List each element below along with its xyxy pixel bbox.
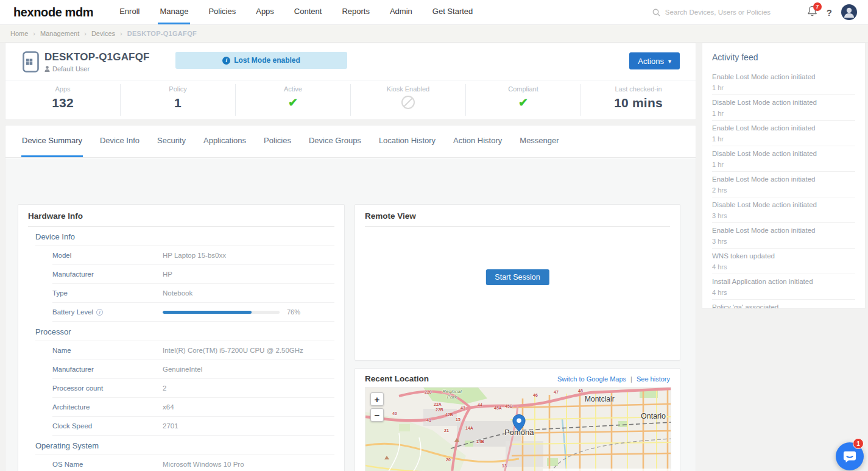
- info-value: Notebook: [163, 289, 192, 297]
- activity-text: Enable Lost Mode action initiated: [712, 175, 855, 183]
- activity-feed-card: Activity feed Enable Lost Mode action in…: [702, 43, 866, 309]
- stat-value: 1: [174, 96, 182, 110]
- help-button[interactable]: ?: [827, 7, 832, 18]
- activity-feed-title: Activity feed: [712, 43, 855, 69]
- info-value: HP Laptop 15-bs0xx: [163, 252, 226, 259]
- stat-cell: Active ✔: [235, 84, 350, 116]
- tab[interactable]: Location History: [378, 126, 436, 157]
- tab[interactable]: Action History: [453, 126, 503, 157]
- blocked-icon: [401, 96, 415, 109]
- see-history-link[interactable]: See history: [637, 375, 670, 383]
- activity-item: Policy 'qa' associated 5 hrs: [712, 300, 855, 309]
- recent-location-title: Recent Location: [365, 374, 429, 383]
- exit-label: 13: [502, 464, 507, 468]
- activity-item: Disable Lost Mode action initiated 3 hrs: [712, 197, 855, 223]
- info-label: Manufacturer: [52, 366, 163, 373]
- activity-feed-list: Enable Lost Mode action initiated 1 hr D…: [712, 69, 855, 309]
- breadcrumb: Home › Management › Devices › DESKTOP-Q1…: [0, 25, 868, 43]
- tab[interactable]: Policies: [263, 126, 292, 157]
- notification-count-badge: 7: [813, 2, 822, 11]
- activity-item: Enable Lost Mode action initiated 1 hr: [712, 121, 855, 146]
- info-label: Architecture: [52, 403, 163, 411]
- nav-item[interactable]: Enroll: [118, 0, 141, 24]
- exit-label: 47: [554, 390, 559, 394]
- activity-time: 1 hr: [712, 160, 855, 169]
- tab[interactable]: Security: [157, 126, 186, 157]
- exit-label: 14A: [465, 426, 473, 430]
- hexnode-logo[interactable]: hexnode mdm: [0, 5, 118, 19]
- tab[interactable]: Device Info: [99, 126, 140, 157]
- battery-progress-bar: [163, 311, 280, 314]
- stat-label: Policy: [169, 85, 186, 93]
- location-map[interactable]: 22022A22B42B434445A45B46474840411514A14B…: [365, 387, 671, 471]
- zoom-in-button[interactable]: +: [370, 392, 384, 406]
- info-label: OS Name: [52, 461, 163, 468]
- tab[interactable]: Messenger: [519, 126, 559, 157]
- exit-label: 40: [392, 411, 397, 416]
- activity-time: 4 hrs: [712, 263, 855, 271]
- info-row: Model HP Laptop 15-bs0xx: [52, 246, 334, 265]
- map-label-ontario: Ontario: [641, 412, 666, 420]
- device-header: DESKTOP-Q1GAFQF Default User i Lost Mode…: [5, 43, 696, 80]
- nav-item[interactable]: Policies: [206, 0, 238, 24]
- exit-label: 46: [533, 393, 538, 397]
- nav-item[interactable]: Admin: [388, 0, 414, 24]
- nav-item[interactable]: Content: [292, 0, 324, 24]
- tab[interactable]: Device Summary: [21, 126, 83, 157]
- switch-to-google-maps-link[interactable]: Switch to Google Maps: [557, 375, 626, 383]
- check-icon: ✔: [518, 96, 528, 110]
- map-label-montclair: Montclair: [585, 395, 615, 403]
- breadcrumb-link[interactable]: Devices: [91, 30, 115, 37]
- nav-item[interactable]: Apps: [254, 0, 276, 24]
- info-row: Architecture x64: [52, 398, 334, 417]
- device-detail-panel: Device Summary Device Info Security Appl…: [5, 125, 696, 471]
- device-user: Default User: [44, 65, 150, 73]
- activity-text: Disable Lost Mode action initiated: [712, 98, 855, 107]
- map-zoom-controls: + −: [370, 392, 384, 422]
- section-title-processor: Processor: [35, 327, 334, 341]
- info-label: Model: [52, 252, 163, 259]
- top-navbar: hexnode mdm Enroll Manage Policies Apps …: [0, 0, 868, 25]
- header-right: 7 ?: [652, 0, 868, 24]
- nav-item[interactable]: Reports: [340, 0, 372, 24]
- breadcrumb-link[interactable]: Home: [10, 30, 28, 37]
- activity-text: Enable Lost Mode action initiated: [712, 226, 855, 235]
- search-icon: [652, 9, 660, 16]
- info-value: Microsoft Windows 10 Pro: [163, 461, 244, 468]
- activity-item: Enable Lost Mode action initiated 3 hrs: [712, 223, 855, 249]
- device-name: DESKTOP-Q1GAFQF: [44, 51, 150, 63]
- activity-item: Install Application action initiated 4 h…: [712, 274, 855, 300]
- map-attribution: Hexnode MDM | © OpenStreetMap contributo…: [543, 469, 671, 471]
- battery-percent: 76%: [287, 308, 300, 316]
- user-avatar[interactable]: [841, 4, 857, 20]
- caret-down-icon: ▾: [668, 58, 671, 65]
- activity-text: Disable Lost Mode action initiated: [712, 149, 855, 158]
- battery-fill: [163, 311, 252, 314]
- activity-item: Disable Lost Mode action initiated 1 hr: [712, 95, 855, 121]
- notifications-button[interactable]: 7: [807, 5, 817, 19]
- tab-bar: Device Summary Device Info Security Appl…: [5, 126, 696, 158]
- stat-label: Apps: [55, 85, 70, 93]
- tab[interactable]: Applications: [203, 126, 247, 157]
- activity-time: 3 hrs: [712, 237, 855, 246]
- activity-text: Install Application action initiated: [712, 277, 855, 286]
- activity-time: 1 hr: [712, 83, 855, 92]
- activity-text: Enable Lost Mode action initiated: [712, 73, 855, 81]
- info-row: Type Notebook: [52, 284, 334, 303]
- nav-item[interactable]: Manage: [158, 0, 190, 24]
- hardware-info-card: Hardware Info Device Info Model HP Lapto…: [18, 204, 345, 471]
- exit-label: 45A: [494, 406, 502, 410]
- activity-time: 2 hrs: [712, 186, 855, 194]
- remote-view-title: Remote View: [365, 211, 416, 221]
- processor-rows: Name Intel(R) Core(TM) i5-7200U CPU @ 2.…: [28, 341, 334, 436]
- zoom-out-button[interactable]: −: [370, 408, 384, 422]
- start-session-button[interactable]: Start Session: [485, 269, 549, 285]
- battery-label: Battery Level: [52, 308, 93, 316]
- tab[interactable]: Device Groups: [308, 126, 362, 157]
- breadcrumb-link[interactable]: Management: [40, 30, 79, 37]
- exit-label: 21: [444, 428, 449, 433]
- actions-dropdown-button[interactable]: Actions ▾: [629, 52, 680, 69]
- search-input[interactable]: [665, 9, 787, 16]
- nav-item[interactable]: Get Started: [431, 0, 475, 24]
- activity-time: 1 hr: [712, 109, 855, 118]
